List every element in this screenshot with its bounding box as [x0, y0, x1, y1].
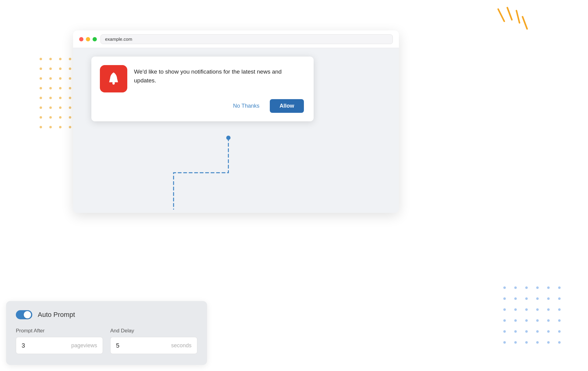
auto-prompt-label: Auto Prompt [38, 311, 75, 319]
svg-point-7 [226, 136, 231, 140]
traffic-lights [79, 37, 97, 41]
prompt-after-input[interactable]: 3 pageviews [16, 337, 103, 354]
no-thanks-button[interactable]: No Thanks [228, 100, 264, 112]
traffic-light-red [79, 37, 83, 41]
auto-prompt-toggle[interactable] [16, 310, 32, 319]
notification-message: We'd like to show you notifications for … [134, 65, 304, 85]
allow-button[interactable]: Allow [270, 99, 304, 113]
bell-icon [106, 71, 121, 87]
auto-prompt-row: Auto Prompt [16, 310, 197, 319]
delay-value: 5 [116, 342, 125, 349]
prompt-after-group: Prompt After 3 pageviews [16, 328, 103, 354]
delay-group: And Delay 5 seconds [110, 328, 197, 354]
delay-input[interactable]: 5 seconds [110, 337, 197, 354]
popup-top: We'd like to show you notifications for … [100, 65, 304, 92]
settings-panel: Auto Prompt Prompt After 3 pageviews And… [6, 301, 207, 365]
svg-line-2 [516, 11, 519, 23]
toggle-knob [24, 311, 31, 318]
traffic-light-yellow [86, 37, 90, 41]
fields-row: Prompt After 3 pageviews And Delay 5 sec… [16, 328, 197, 354]
decorative-dots-blue [503, 286, 564, 347]
svg-line-1 [507, 8, 512, 20]
prompt-after-unit: pageviews [71, 342, 97, 349]
browser-titlebar: example.com [73, 30, 399, 48]
svg-line-3 [523, 17, 527, 29]
prompt-after-label: Prompt After [16, 328, 103, 334]
url-text: example.com [105, 36, 132, 42]
prompt-after-value: 3 [22, 342, 30, 349]
orange-lines-decoration [474, 6, 529, 47]
popup-actions: No Thanks Allow [100, 99, 304, 113]
browser-content: We'd like to show you notifications for … [73, 48, 399, 213]
traffic-light-green [93, 37, 97, 41]
svg-rect-6 [112, 82, 114, 84]
delay-unit: seconds [171, 342, 192, 349]
svg-line-0 [498, 9, 504, 21]
delay-label: And Delay [110, 328, 197, 334]
address-bar[interactable]: example.com [100, 34, 393, 44]
notification-popup: We'd like to show you notifications for … [91, 57, 314, 121]
browser-window: example.com We'd like to show you notifi… [73, 30, 399, 213]
bell-icon-container [100, 65, 127, 92]
